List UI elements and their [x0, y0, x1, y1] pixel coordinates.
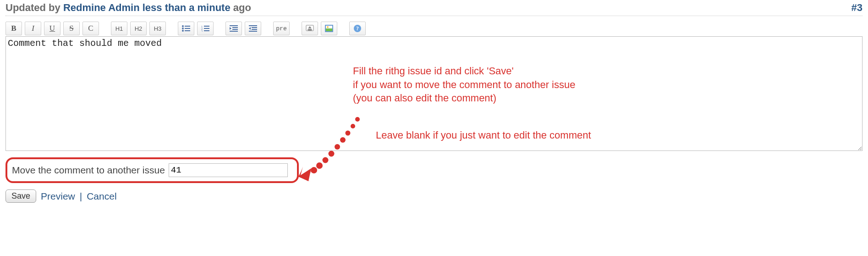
list-ul-icon [182, 25, 190, 32]
move-comment-label: Move the comment to another issue [12, 165, 165, 176]
svg-rect-4 [185, 28, 190, 29]
list-ol-icon: 123 [201, 25, 209, 32]
preview-link[interactable]: Preview [41, 191, 75, 202]
save-button[interactable]: Save [5, 189, 36, 203]
svg-rect-3 [185, 26, 190, 27]
cancel-link[interactable]: Cancel [87, 191, 116, 202]
svg-rect-15 [230, 31, 238, 32]
strikethrough-button[interactable]: S [63, 22, 80, 35]
ordered-list-button[interactable]: 123 [197, 22, 214, 35]
svg-rect-14 [232, 29, 238, 30]
ago-suffix: ago [233, 2, 251, 13]
indent-icon [230, 25, 238, 32]
help-button[interactable]: ? [349, 22, 366, 35]
link-icon [306, 25, 314, 32]
svg-point-28 [327, 26, 329, 28]
svg-marker-16 [230, 27, 231, 30]
svg-rect-18 [252, 27, 257, 28]
form-actions: Save Preview | Cancel [5, 189, 863, 203]
svg-point-36 [329, 151, 335, 157]
journal-number-link[interactable]: #3 [852, 2, 863, 13]
move-comment-row: Move the comment to another issue [5, 157, 299, 183]
svg-point-38 [316, 162, 323, 169]
svg-marker-21 [249, 27, 251, 30]
svg-rect-17 [249, 25, 257, 26]
svg-text:?: ? [356, 25, 359, 32]
svg-point-2 [182, 30, 184, 32]
preformatted-button[interactable]: pre [273, 22, 290, 35]
editor-toolbar: B I U S C H1 H2 H3 123 [5, 22, 863, 35]
comment-textarea[interactable] [5, 36, 863, 151]
svg-text:3: 3 [201, 30, 203, 32]
underline-button[interactable]: U [44, 22, 60, 35]
svg-rect-12 [230, 25, 238, 26]
heading1-button[interactable]: H1 [111, 22, 127, 35]
heading2-button[interactable]: H2 [130, 22, 147, 35]
svg-point-37 [323, 157, 329, 163]
svg-rect-5 [185, 30, 190, 31]
heading3-button[interactable]: H3 [149, 22, 166, 35]
outdent-icon [249, 25, 257, 32]
svg-rect-27 [326, 28, 332, 31]
code-button[interactable]: C [82, 22, 99, 35]
italic-button[interactable]: I [25, 22, 41, 35]
svg-rect-11 [204, 30, 209, 31]
svg-rect-20 [249, 31, 257, 32]
svg-point-39 [311, 167, 317, 173]
svg-rect-19 [252, 29, 257, 30]
svg-point-0 [182, 25, 184, 27]
author-link[interactable]: Redmine Admin [63, 2, 140, 13]
image-icon [325, 25, 333, 32]
bold-button[interactable]: B [5, 22, 22, 35]
updated-by-prefix: Updated by [5, 2, 60, 13]
svg-point-1 [182, 28, 184, 29]
svg-rect-10 [204, 28, 209, 29]
svg-rect-9 [204, 26, 209, 27]
time-ago: less than a minute [143, 2, 231, 13]
move-target-issue-input[interactable] [169, 163, 288, 177]
image-button[interactable] [321, 22, 337, 35]
svg-rect-13 [232, 27, 238, 28]
unordered-list-button[interactable] [178, 22, 194, 35]
journal-header: Updated by Redmine Admin less than a min… [5, 2, 863, 16]
svg-point-23 [308, 29, 312, 31]
outdent-button[interactable] [245, 22, 261, 35]
help-icon: ? [353, 24, 362, 33]
action-separator: | [80, 191, 82, 202]
link-button[interactable] [302, 22, 318, 35]
indent-button[interactable] [225, 22, 242, 35]
